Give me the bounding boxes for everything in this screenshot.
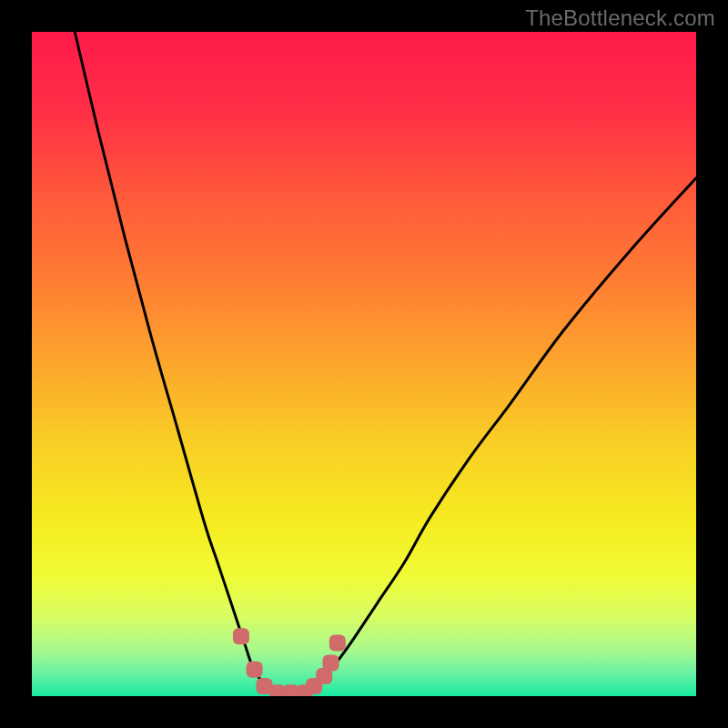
- chart-curve-layer: [32, 32, 696, 696]
- scenario-markers: [233, 628, 346, 696]
- marker-point: [233, 628, 249, 644]
- marker-point: [247, 662, 263, 678]
- watermark-text: TheBottleneck.com: [525, 5, 715, 31]
- marker-point: [329, 635, 346, 652]
- chart-plot-area: [32, 32, 696, 696]
- marker-point: [323, 655, 339, 672]
- bottleneck-curve: [72, 32, 696, 696]
